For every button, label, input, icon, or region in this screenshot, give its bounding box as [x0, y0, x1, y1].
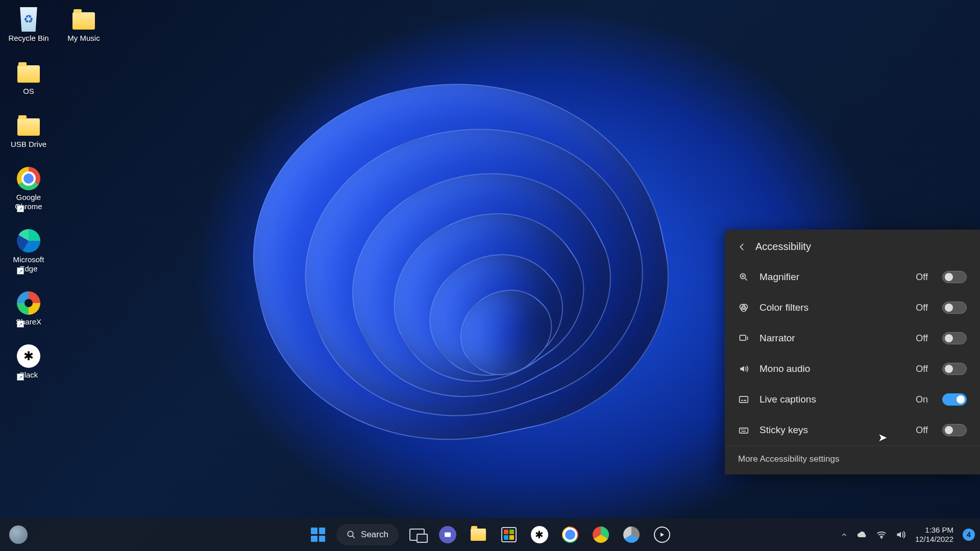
play-icon [654, 527, 670, 543]
desktop-icon-usb-drive[interactable]: USB Drive [3, 112, 54, 150]
taskbar-center: Search ✱ [306, 522, 674, 547]
accessibility-row-label: Narrator [760, 333, 905, 344]
svg-point-9 [881, 537, 882, 538]
slack-icon: ✱ [17, 344, 40, 368]
wifi-tray-icon[interactable] [876, 531, 887, 539]
chrome-canary-icon [593, 527, 609, 543]
slack-taskbar-button[interactable]: ✱ [527, 522, 552, 547]
accessibility-row-live-captions: Live captionsOn [725, 384, 980, 415]
accessibility-row-state: Off [916, 272, 928, 283]
chrome-canary-taskbar-button[interactable] [589, 522, 613, 547]
media-player-taskbar-button[interactable] [650, 522, 674, 547]
accessibility-row-state: Off [916, 425, 928, 436]
color-filters-icon [738, 303, 749, 313]
accessibility-row-label: Color filters [760, 302, 905, 313]
recycle-bin-icon: ♻ [18, 7, 39, 32]
accessibility-row-label: Live captions [760, 394, 905, 405]
desktop-icon-label: USB Drive [11, 140, 46, 149]
tray-time: 1:36 PM [915, 525, 953, 535]
task-view-button[interactable] [405, 522, 429, 547]
desktop-icon-microsoft-edge[interactable]: ↗ Microsoft Edge [3, 228, 54, 274]
live-captions-toggle[interactable] [942, 393, 967, 406]
taskbar-search-button[interactable]: Search [336, 524, 399, 545]
flyout-title: Accessibility [755, 241, 811, 253]
search-label: Search [361, 530, 388, 540]
taskbar-clock[interactable]: 1:36 PM 12/14/2022 [915, 525, 953, 544]
shortcut-arrow-icon: ↗ [17, 267, 24, 274]
chat-button[interactable] [435, 522, 460, 547]
svg-rect-4 [740, 335, 746, 340]
chrome-icon [17, 167, 40, 190]
narrator-icon [738, 333, 749, 343]
magnifier-icon [738, 272, 749, 282]
search-icon [347, 530, 356, 539]
weather-widget-button[interactable] [9, 525, 28, 544]
accessibility-row-label: Sticky keys [760, 424, 905, 436]
desktop-icon-label: Recycle Bin [8, 34, 48, 43]
accessibility-row-magnifier: MagnifierOff [725, 262, 980, 292]
onedrive-tray-icon[interactable] [857, 531, 867, 538]
more-accessibility-settings-link[interactable]: More Accessibility settings [725, 445, 980, 474]
chrome-icon [562, 527, 578, 543]
file-explorer-icon [471, 529, 486, 541]
narrator-toggle[interactable] [942, 332, 967, 344]
mono-audio-icon [738, 364, 749, 374]
desktop-icon-label: My Music [67, 34, 100, 43]
desktop-icon-grid: ♻ Recycle Bin My Music OS USB Drive ↗ Go… [3, 6, 109, 381]
edge-icon [17, 229, 40, 253]
svg-rect-8 [445, 533, 451, 537]
desktop-icon-os[interactable]: OS [3, 59, 54, 97]
back-button[interactable] [737, 242, 747, 252]
mono-audio-toggle[interactable] [942, 363, 967, 375]
start-button[interactable] [306, 522, 330, 547]
folder-icon [17, 118, 40, 136]
live-captions-icon [738, 394, 749, 405]
sharex-icon [17, 291, 40, 315]
svg-point-7 [348, 531, 353, 537]
arrow-left-icon [738, 242, 747, 252]
shortcut-arrow-icon: ↗ [17, 320, 24, 328]
magnifier-toggle[interactable] [942, 271, 967, 283]
microsoft-store-button[interactable] [497, 522, 521, 547]
shortcut-arrow-icon: ↗ [17, 205, 24, 212]
desktop-icon-sharex[interactable]: ↗ ShareX [3, 290, 54, 328]
accessibility-row-state: On [916, 394, 928, 405]
folder-icon [17, 65, 40, 83]
notification-count: 4 [967, 531, 971, 539]
shortcut-arrow-icon: ↗ [17, 373, 24, 381]
svg-rect-5 [740, 396, 748, 403]
file-explorer-button[interactable] [466, 522, 491, 547]
color-filters-toggle[interactable] [942, 302, 967, 314]
chrome-dev-icon [623, 527, 640, 543]
svg-rect-6 [740, 428, 748, 433]
accessibility-row-state: Off [916, 333, 928, 344]
accessibility-row-state: Off [916, 364, 928, 374]
sticky-keys-icon [738, 425, 749, 435]
accessibility-flyout: Accessibility MagnifierOffColor filtersO… [725, 230, 980, 474]
accessibility-row-label: Magnifier [760, 271, 905, 283]
accessibility-row-narrator: NarratorOff [725, 323, 980, 354]
desktop-icon-my-music[interactable]: My Music [58, 6, 109, 44]
desktop-icon-google-chrome[interactable]: ↗ Google Chrome [3, 165, 54, 212]
accessibility-row-label: Mono audio [760, 363, 905, 374]
wallpaper-bloom [194, 51, 730, 510]
system-tray: 1:36 PM 12/14/2022 4 [841, 525, 975, 544]
slack-icon: ✱ [531, 526, 548, 543]
notification-center-button[interactable]: 4 [963, 529, 975, 541]
chrome-taskbar-button[interactable] [558, 522, 582, 547]
accessibility-row-mono-audio: Mono audioOff [725, 354, 980, 384]
chrome-dev-taskbar-button[interactable] [619, 522, 644, 547]
accessibility-row-sticky-keys: Sticky keysOff [725, 415, 980, 445]
accessibility-row-color-filters: Color filtersOff [725, 292, 980, 323]
desktop-icon-recycle-bin[interactable]: ♻ Recycle Bin [3, 6, 54, 44]
sticky-keys-toggle[interactable] [942, 424, 967, 436]
desktop-icon-slack[interactable]: ✱ ↗ Slack [3, 343, 54, 381]
tray-overflow-button[interactable] [841, 531, 848, 538]
taskbar: Search ✱ 1:36 PM 12/14/2022 4 [0, 518, 980, 551]
windows-logo-icon [311, 528, 325, 542]
volume-tray-icon[interactable] [896, 530, 906, 539]
chat-icon [439, 526, 456, 543]
store-icon [501, 527, 517, 542]
task-view-icon [409, 529, 425, 541]
folder-icon [72, 12, 95, 30]
